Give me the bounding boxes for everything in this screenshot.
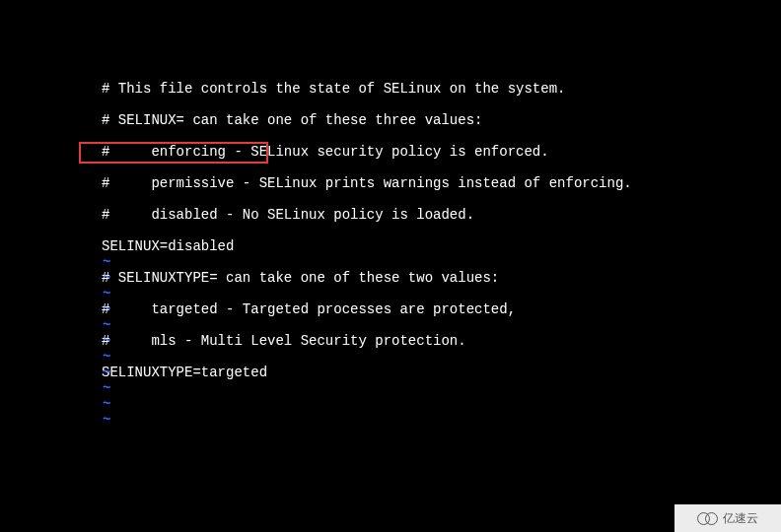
config-line-selinuxtype: SELINUXTYPE=targeted <box>102 365 632 380</box>
config-line: # This file controls the state of SELinu… <box>102 81 632 97</box>
tilde-marker: ~ <box>103 412 110 428</box>
config-line: # enforcing - SELinux security policy is… <box>102 144 632 160</box>
config-line: # disabled - No SELinux policy is loaded… <box>102 207 632 223</box>
terminal-output: # This file controls the state of SELinu… <box>102 65 632 396</box>
config-line: # permissive - SELinux prints warnings i… <box>102 175 632 191</box>
tilde-marker: ~ <box>103 286 110 301</box>
config-line: # SELINUXTYPE= can take one of these two… <box>102 270 632 286</box>
watermark: 亿速云 <box>674 504 781 532</box>
config-line: # mls - Multi Level Security protection. <box>102 333 632 349</box>
tilde-marker: ~ <box>103 349 110 365</box>
config-line: # targeted - Targeted processes are prot… <box>102 301 632 317</box>
tilde-marker: ~ <box>103 365 110 380</box>
tilde-marker: ~ <box>103 270 110 286</box>
config-line-selinux: SELINUX=disabled <box>102 238 632 254</box>
tilde-marker: ~ <box>103 333 110 349</box>
watermark-text: 亿速云 <box>723 510 758 526</box>
tilde-marker: ~ <box>103 301 110 317</box>
vi-empty-lines: ~ ~ ~ ~ ~ ~ ~ ~ ~ ~ ~ <box>103 254 110 428</box>
tilde-marker: ~ <box>103 317 110 333</box>
tilde-marker: ~ <box>103 254 110 270</box>
tilde-marker: ~ <box>103 380 110 396</box>
tilde-marker: ~ <box>103 396 110 412</box>
cloud-icon <box>697 511 719 525</box>
config-line: # SELINUX= can take one of these three v… <box>102 112 632 128</box>
